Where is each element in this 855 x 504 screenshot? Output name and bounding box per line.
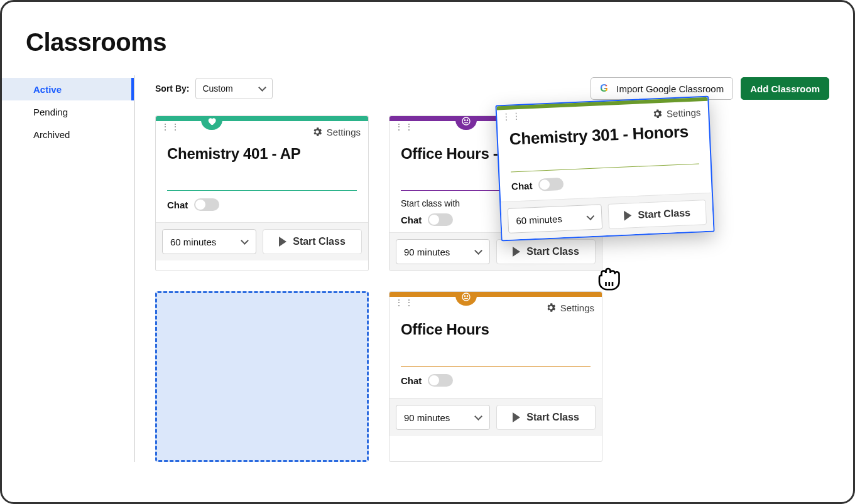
- import-google-classroom-button[interactable]: G Import Google Classroom: [591, 77, 733, 100]
- card-divider: [167, 190, 357, 191]
- card-divider: [401, 366, 591, 367]
- sort-by-select[interactable]: Custom: [195, 78, 272, 99]
- chevron-down-icon: [241, 238, 248, 245]
- chevron-down-icon: [586, 213, 594, 222]
- chat-label: Chat: [401, 375, 422, 386]
- drag-handle-icon[interactable]: ⋮⋮: [395, 125, 401, 129]
- start-class-button[interactable]: Start Class: [607, 200, 707, 229]
- card-accent: [389, 292, 602, 297]
- duration-select[interactable]: 90 minutes: [396, 239, 490, 264]
- duration-value: 60 minutes: [170, 237, 216, 247]
- start-class-label: Start Class: [526, 246, 579, 257]
- duration-value: 90 minutes: [404, 247, 450, 257]
- duration-value: 90 minutes: [404, 412, 450, 423]
- drag-handle-icon[interactable]: ⋮⋮: [395, 301, 401, 304]
- play-icon: [279, 237, 286, 247]
- add-classroom-button[interactable]: Add Classroom: [741, 77, 829, 100]
- sort-by-value: Custom: [202, 83, 232, 94]
- play-icon: [513, 412, 520, 422]
- svg-point-5: [467, 296, 467, 296]
- settings-label[interactable]: Settings: [327, 127, 361, 137]
- start-class-label: Start Class: [638, 207, 690, 221]
- smiley-icon: [461, 116, 471, 126]
- sidebar-item-active[interactable]: Active: [2, 78, 134, 100]
- duration-select[interactable]: 90 minutes: [396, 405, 490, 430]
- classroom-title: Office Hours: [389, 313, 602, 338]
- gear-icon[interactable]: [545, 302, 557, 313]
- gear-icon[interactable]: [312, 126, 323, 137]
- start-class-button[interactable]: Start Class: [263, 229, 362, 254]
- sidebar: Active Pending Archived: [2, 75, 135, 462]
- svg-point-2: [467, 120, 467, 121]
- chat-toggle[interactable]: [194, 198, 219, 211]
- duration-value: 60 minutes: [516, 213, 562, 226]
- chevron-down-icon: [258, 85, 266, 92]
- toolbar: Sort By: Custom G Import Google Classroo…: [135, 75, 853, 102]
- svg-point-4: [464, 296, 465, 296]
- sort-by-label: Sort By:: [155, 83, 189, 94]
- classroom-title: Chemistry 401 - AP: [156, 137, 368, 163]
- duration-select[interactable]: 60 minutes: [162, 229, 256, 254]
- play-icon: [624, 210, 632, 221]
- sidebar-item-pending[interactable]: Pending: [2, 100, 134, 123]
- classroom-card: ⋮⋮ Settings Office Hours Chat 90 minutes: [389, 291, 602, 462]
- svg-point-1: [464, 120, 465, 121]
- chat-toggle[interactable]: [428, 374, 453, 387]
- page-title: Classrooms: [26, 28, 853, 56]
- start-class-button[interactable]: Start Class: [496, 405, 596, 430]
- chat-toggle[interactable]: [428, 213, 453, 226]
- start-class-button[interactable]: Start Class: [496, 239, 596, 264]
- sidebar-item-archived[interactable]: Archived: [2, 123, 134, 146]
- drop-target[interactable]: [155, 291, 369, 462]
- svg-point-3: [462, 293, 470, 301]
- start-class-label: Start Class: [293, 236, 346, 247]
- chat-label: Chat: [167, 200, 188, 210]
- classroom-card-dragging[interactable]: ⋮⋮ Settings Chemistry 301 - Honors Chat …: [495, 96, 714, 242]
- drag-handle-icon[interactable]: ⋮⋮: [502, 115, 508, 119]
- card-divider: [511, 163, 699, 172]
- settings-label[interactable]: Settings: [667, 107, 701, 119]
- heart-icon: [207, 116, 217, 126]
- chat-label: Chat: [401, 215, 422, 225]
- drag-handle-icon[interactable]: ⋮⋮: [161, 125, 167, 129]
- gear-icon[interactable]: [651, 108, 663, 120]
- svg-point-0: [462, 117, 470, 125]
- chat-label: Chat: [511, 180, 533, 191]
- add-classroom-label: Add Classroom: [750, 83, 820, 94]
- classroom-grid: ⋮⋮ Settings Chemistry 401 - AP Chat 60 m…: [135, 102, 853, 462]
- chevron-down-icon: [474, 248, 482, 255]
- chevron-down-icon: [474, 414, 482, 421]
- duration-select[interactable]: 60 minutes: [508, 204, 603, 233]
- play-icon: [513, 247, 520, 257]
- start-class-label: Start Class: [526, 412, 579, 423]
- card-accent: [156, 116, 368, 121]
- classroom-card: ⋮⋮ Settings Chemistry 401 - AP Chat 60 m…: [155, 115, 369, 271]
- chat-toggle[interactable]: [538, 178, 564, 191]
- smiley-icon: [461, 292, 471, 302]
- import-label: Import Google Classroom: [616, 83, 724, 94]
- settings-label[interactable]: Settings: [560, 303, 594, 313]
- google-icon: G: [600, 83, 611, 94]
